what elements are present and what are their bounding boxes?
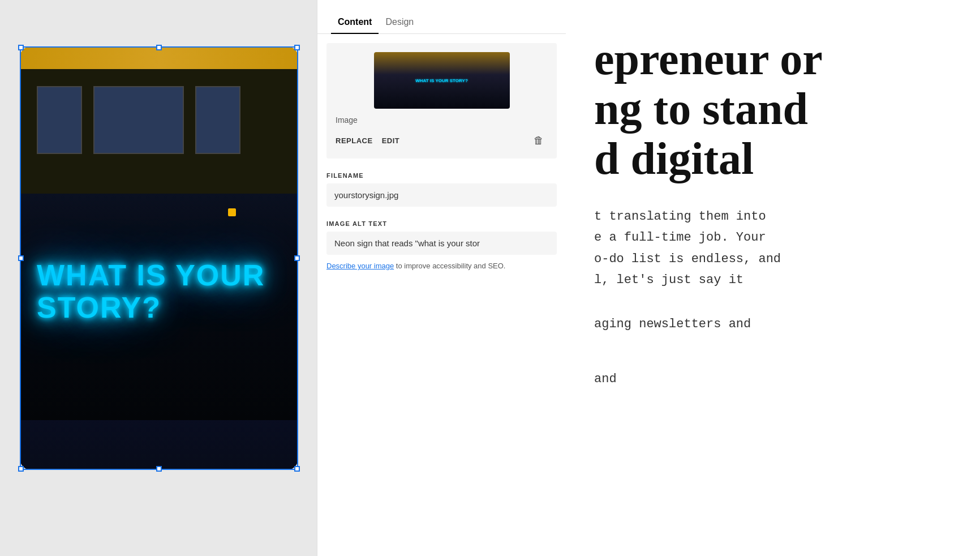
tab-content[interactable]: Content: [331, 11, 379, 34]
alt-text-section: IMAGE ALT TEXT Describe your image to im…: [326, 220, 557, 272]
text-preview-area: epreneur or ng to stand d digital t tran…: [566, 0, 980, 556]
filename-input[interactable]: [326, 183, 557, 207]
trash-icon: 🗑: [534, 135, 544, 147]
describe-image-link[interactable]: Describe your image: [326, 262, 394, 270]
alt-text-help: Describe your image to improve accessibi…: [326, 260, 557, 272]
replace-button[interactable]: REPLACE: [336, 136, 373, 145]
panel-content-area: WHAT IS YOUR STORY? Image REPLACE EDIT 🗑…: [317, 34, 566, 294]
panel-tabs: Content Design: [317, 0, 566, 34]
preview-body-text-1: t translating them intoe a full-time job…: [594, 206, 952, 291]
filename-section: FILENAME: [326, 172, 557, 207]
preview-large-line2: ng to stand: [594, 84, 808, 134]
handle-bottom-middle[interactable]: [156, 466, 162, 472]
edit-button[interactable]: EDIT: [382, 136, 400, 145]
preview-large-line1: epreneur or: [594, 34, 823, 84]
handle-top-right[interactable]: [294, 45, 300, 50]
handle-top-left[interactable]: [18, 45, 24, 50]
alt-text-label: IMAGE ALT TEXT: [326, 220, 557, 227]
preview-body-text-3: and: [594, 369, 952, 390]
canvas-area: WHAT IS YOUR STORY?: [0, 0, 317, 556]
alt-text-input[interactable]: [326, 232, 557, 255]
right-panel: Content Design WHAT IS YOUR STORY? Image…: [317, 0, 980, 556]
handle-bottom-left[interactable]: [18, 466, 24, 472]
handle-middle-left[interactable]: [18, 255, 24, 261]
filename-label: FILENAME: [326, 172, 557, 179]
selection-box[interactable]: [20, 46, 298, 470]
body-text-1: t translating them intoe a full-time job…: [594, 209, 781, 287]
image-actions: REPLACE EDIT 🗑: [336, 131, 548, 149]
preview-large-line3: d digital: [594, 134, 754, 183]
tab-design[interactable]: Design: [379, 11, 420, 34]
preview-body-text-2: aging newsletters and: [594, 314, 952, 335]
thumbnail-neon-text: WHAT IS YOUR STORY?: [415, 78, 468, 83]
preview-large-text: epreneur or ng to stand d digital: [594, 34, 952, 183]
image-label: Image: [336, 116, 548, 125]
body-text-3: and: [594, 372, 617, 386]
body-text-2: aging newsletters and: [594, 317, 751, 331]
delete-button[interactable]: 🗑: [530, 131, 548, 149]
thumbnail-inner: WHAT IS YOUR STORY?: [374, 52, 510, 109]
image-preview-container: WHAT IS YOUR STORY? Image REPLACE EDIT 🗑: [326, 43, 557, 159]
handle-bottom-right[interactable]: [294, 466, 300, 472]
image-thumbnail: WHAT IS YOUR STORY?: [374, 52, 510, 109]
handle-top-middle[interactable]: [156, 45, 162, 50]
help-text-suffix: to improve accessibility and SEO.: [394, 262, 505, 270]
content-panel: Content Design WHAT IS YOUR STORY? Image…: [317, 0, 566, 556]
handle-middle-right[interactable]: [294, 255, 300, 261]
